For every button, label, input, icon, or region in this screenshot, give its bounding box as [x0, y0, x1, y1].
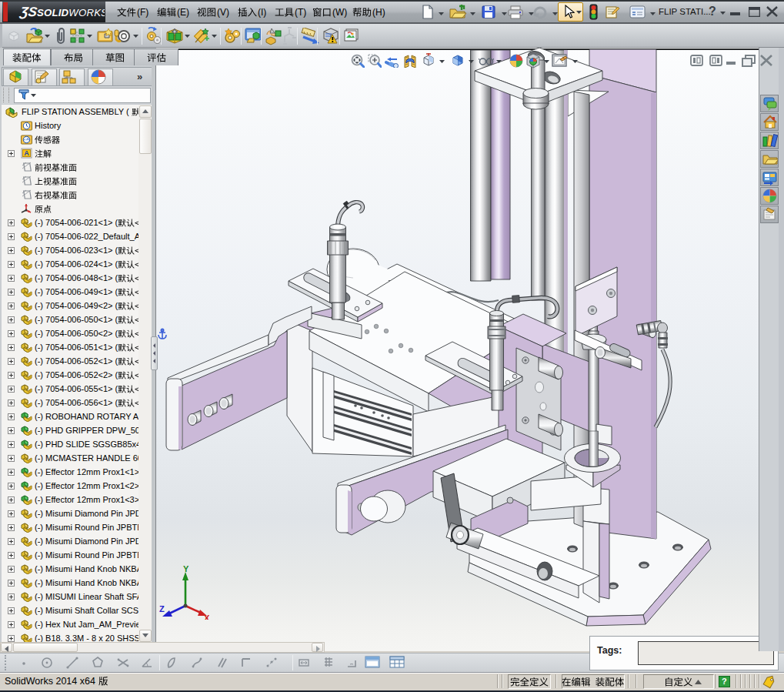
svg-text:SOLIDWORKS: SOLIDWORKS: [37, 7, 105, 18]
svg-text:Y: Y: [183, 566, 189, 573]
svg-text:ƷS: ƷS: [18, 5, 38, 20]
svg-text:Z: Z: [159, 604, 165, 613]
svg-text:A: A: [24, 149, 29, 157]
svg-text:X: X: [204, 613, 210, 620]
